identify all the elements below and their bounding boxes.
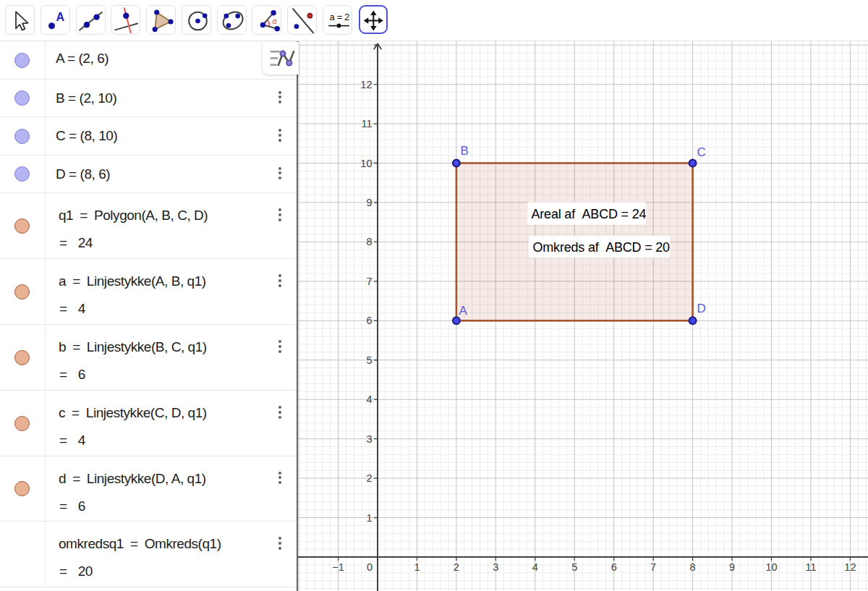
svg-text:7: 7	[650, 561, 656, 573]
svg-text:2: 2	[454, 561, 459, 573]
svg-text:5: 5	[571, 561, 577, 573]
svg-text:7: 7	[366, 276, 372, 287]
svg-text:3: 3	[493, 561, 498, 573]
svg-text:12: 12	[360, 79, 372, 90]
svg-text:D: D	[697, 302, 706, 315]
svg-text:6: 6	[366, 315, 372, 326]
svg-text:10: 10	[360, 158, 372, 169]
svg-text:B: B	[461, 144, 469, 158]
svg-text:4: 4	[366, 394, 372, 405]
svg-text:11: 11	[805, 561, 816, 573]
svg-text:A: A	[56, 11, 64, 23]
svg-text:A: A	[459, 304, 468, 318]
svg-text:2: 2	[366, 472, 372, 484]
svg-text:−1: −1	[332, 561, 344, 573]
svg-text:α: α	[273, 17, 278, 25]
svg-text:4: 4	[532, 561, 538, 573]
svg-text:9: 9	[366, 197, 372, 208]
svg-text:11: 11	[361, 118, 372, 129]
svg-text:C: C	[697, 145, 706, 159]
svg-text:Areal af ABCD = 24: Areal af ABCD = 24	[532, 207, 647, 221]
svg-text:1: 1	[366, 512, 372, 524]
svg-text:5: 5	[366, 354, 372, 366]
svg-text:9: 9	[729, 561, 735, 573]
svg-text:12: 12	[844, 561, 856, 573]
svg-text:1: 1	[414, 561, 420, 573]
svg-text:8: 8	[366, 236, 372, 247]
svg-text:0: 0	[367, 561, 373, 573]
svg-text:6: 6	[611, 561, 617, 573]
svg-text:Omkreds af ABCD = 20: Omkreds af ABCD = 20	[533, 240, 671, 255]
svg-text:a = 2: a = 2	[329, 12, 349, 22]
svg-text:3: 3	[366, 433, 372, 445]
svg-text:10: 10	[765, 561, 777, 573]
svg-text:8: 8	[690, 561, 696, 573]
